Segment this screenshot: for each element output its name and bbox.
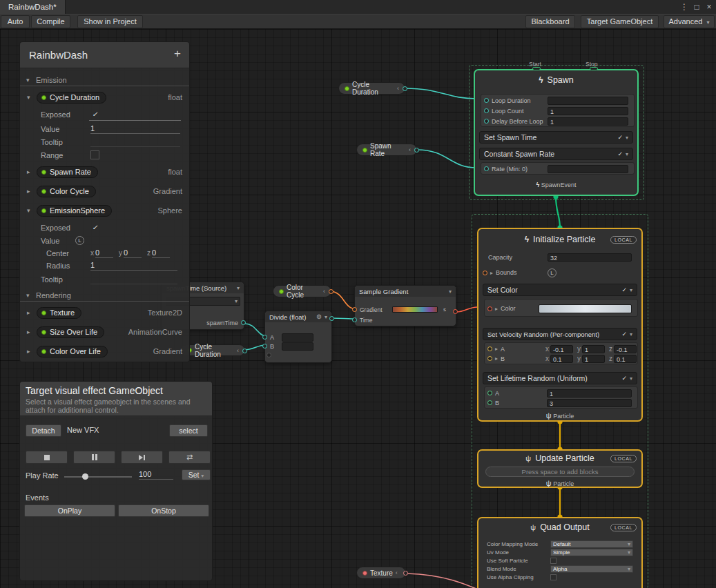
blackboard-param-size-over-life[interactable]: ▸ Size Over Life AnimationCurve xyxy=(20,325,189,339)
stop-flow-anchor[interactable] xyxy=(590,67,598,70)
velocity-a-port[interactable] xyxy=(487,346,492,351)
update-particle-context-node[interactable]: ψ Update Particle LOCAL Press space to a… xyxy=(477,449,643,488)
color-gradient-field[interactable] xyxy=(539,304,632,313)
divide-add-input-port[interactable] xyxy=(267,353,271,357)
play-rate-slider-knob[interactable] xyxy=(82,473,88,480)
blackboard-param-emission-sphere[interactable]: ▾ EmissionSphere Sphere xyxy=(20,204,189,217)
add-blocks-placeholder[interactable]: Press space to add blocks xyxy=(485,467,635,477)
initialize-particle-context-node[interactable]: ϟ Initialize Particle LOCAL Capacity 32 … xyxy=(477,228,643,422)
maximize-icon[interactable]: □ xyxy=(693,2,701,12)
lifetime-b-port[interactable] xyxy=(487,400,492,405)
lifetime-a-port[interactable] xyxy=(487,391,492,395)
chevron-right-icon[interactable]: ▸ xyxy=(27,188,33,195)
chevron-down-icon[interactable]: ▾ xyxy=(626,135,628,141)
loop-duration-port[interactable] xyxy=(484,98,489,103)
chevron-right-icon[interactable]: ▸ xyxy=(495,346,498,352)
param-pill[interactable]: Texture xyxy=(37,307,81,319)
step-button[interactable] xyxy=(121,451,163,464)
value-field[interactable]: 1 xyxy=(90,124,180,134)
spawntime-output-port[interactable] xyxy=(241,320,246,325)
chevron-right-icon[interactable]: ▸ xyxy=(27,309,33,316)
velocity-b-y-field[interactable]: 1 xyxy=(582,355,605,363)
blackboard-param-color-cycle[interactable]: ▸ Color Cycle Gradient xyxy=(20,184,189,198)
param-node-spawn-rate[interactable]: Spawn Rate ‹ xyxy=(356,144,417,156)
param-output-port[interactable] xyxy=(403,86,407,91)
close-icon[interactable]: × xyxy=(705,2,713,12)
loop-count-field[interactable]: 1 xyxy=(548,107,628,115)
menu-icon[interactable]: ⋮ xyxy=(680,2,688,12)
block-enabled-check-icon[interactable]: ✓ xyxy=(621,286,627,293)
tooltip-field[interactable] xyxy=(90,137,180,147)
set-spawn-time-block[interactable]: Set Spawn Time ✓ ▾ xyxy=(479,131,633,144)
param-node-color-cycle[interactable]: Color Cycle ‹ xyxy=(273,285,331,297)
link-icon[interactable]: L xyxy=(75,236,84,245)
set-color-block[interactable]: Set Color ✓ ▾ xyxy=(483,284,637,296)
range-checkbox[interactable] xyxy=(90,150,99,159)
chevron-down-icon[interactable]: ▾ xyxy=(27,94,33,101)
onplay-button[interactable]: OnPlay xyxy=(24,504,115,517)
target-panel-header[interactable]: Target visual effect GameObject Select a… xyxy=(20,382,212,416)
soft-particle-checkbox[interactable] xyxy=(550,558,557,564)
param-pill[interactable]: Cycle Duration xyxy=(37,92,106,104)
blend-mode-dropdown[interactable]: Alpha ▾ xyxy=(550,565,633,573)
play-rate-slider[interactable] xyxy=(64,476,132,478)
velocity-a-z-field[interactable]: -0.1 xyxy=(614,345,637,353)
chevron-down-icon[interactable]: ▾ xyxy=(325,314,327,320)
quad-output-context-node[interactable]: ψ Quad Output LOCAL Color Mapping Mode D… xyxy=(477,517,643,588)
capacity-field[interactable]: 32 xyxy=(548,253,632,262)
bounds-port[interactable] xyxy=(483,271,487,275)
block-enabled-check-icon[interactable]: ✓ xyxy=(621,331,627,337)
start-flow-anchor[interactable] xyxy=(532,67,541,70)
block-enabled-check-icon[interactable]: ✓ xyxy=(617,150,623,157)
param-pill[interactable]: Spawn Rate xyxy=(37,166,98,178)
divide-node[interactable]: Divide (float) ⚙ ▾ A B xyxy=(264,311,332,363)
set-rate-button[interactable]: Set ▾ xyxy=(182,469,211,480)
time-input-port[interactable] xyxy=(352,317,357,322)
add-parameter-button[interactable]: + xyxy=(174,47,181,61)
collapse-chevron-icon[interactable]: ‹ xyxy=(237,347,239,354)
center-z-field[interactable]: 0 xyxy=(152,248,170,258)
param-pill[interactable]: EmissionSphere xyxy=(37,205,112,217)
category-rendering[interactable]: ▾ Rendering xyxy=(20,289,189,302)
exposed-checkbox[interactable]: ✓ xyxy=(90,223,99,232)
color-port[interactable] xyxy=(487,306,492,311)
bounds-link-icon[interactable]: L xyxy=(548,268,557,277)
velocity-a-x-field[interactable]: -0.1 xyxy=(550,345,573,353)
chevron-down-icon[interactable]: ▾ xyxy=(626,151,628,157)
pause-button[interactable] xyxy=(73,451,115,464)
param-output-port[interactable] xyxy=(242,349,247,353)
sample-gradient-node[interactable]: Sample Gradient ▾ Gradient s Time xyxy=(354,285,456,326)
gradient-preview[interactable] xyxy=(392,306,438,313)
blackboard-header[interactable]: RainbwDash + xyxy=(20,42,189,68)
rate-field[interactable] xyxy=(548,165,628,173)
collapse-chevron-icon[interactable]: ‹ xyxy=(397,85,399,92)
chevron-down-icon[interactable]: ▾ xyxy=(237,285,240,291)
lifetime-b-field[interactable]: 3 xyxy=(547,399,632,407)
chevron-down-icon[interactable]: ▾ xyxy=(26,77,32,84)
onstop-button[interactable]: OnStop xyxy=(118,504,209,517)
chevron-right-icon[interactable]: ▸ xyxy=(495,306,498,312)
advanced-dropdown-button[interactable]: Advanced ▾ xyxy=(664,15,715,28)
velocity-b-x-field[interactable]: 0.1 xyxy=(550,355,573,363)
auto-button[interactable]: Auto xyxy=(1,15,30,28)
constant-spawn-rate-block[interactable]: Constant Spawn Rate ✓ ▾ xyxy=(479,148,633,160)
param-output-port[interactable] xyxy=(403,571,408,576)
velocity-a-y-field[interactable]: 1 xyxy=(582,345,605,353)
param-pill[interactable]: Color Over Life xyxy=(37,346,108,357)
divide-a-port[interactable] xyxy=(262,335,267,340)
loop-duration-field[interactable] xyxy=(548,97,628,105)
block-enabled-check-icon[interactable]: ✓ xyxy=(621,375,627,382)
param-node-cycle-duration-2[interactable]: Cycle Duration ‹ xyxy=(181,344,245,356)
set-lifetime-random-block[interactable]: Set Lifetime Random (Uniform) ✓ ▾ xyxy=(483,372,637,384)
chevron-down-icon[interactable]: ▾ xyxy=(630,375,632,382)
lifetime-a-field[interactable]: 1 xyxy=(547,389,632,398)
chevron-down-icon[interactable]: ▾ xyxy=(630,287,632,293)
param-pill[interactable]: Color Cycle xyxy=(37,186,96,197)
divide-output-port[interactable] xyxy=(329,316,334,321)
velocity-b-z-field[interactable]: 0.1 xyxy=(614,355,637,363)
chevron-down-icon[interactable]: ▾ xyxy=(27,207,33,214)
select-button[interactable]: select xyxy=(169,424,208,437)
collapse-chevron-icon[interactable]: ‹ xyxy=(409,146,411,153)
param-node-cycle-duration[interactable]: Cycle Duration ‹ xyxy=(338,82,405,95)
chevron-right-icon[interactable]: ▸ xyxy=(490,270,493,276)
